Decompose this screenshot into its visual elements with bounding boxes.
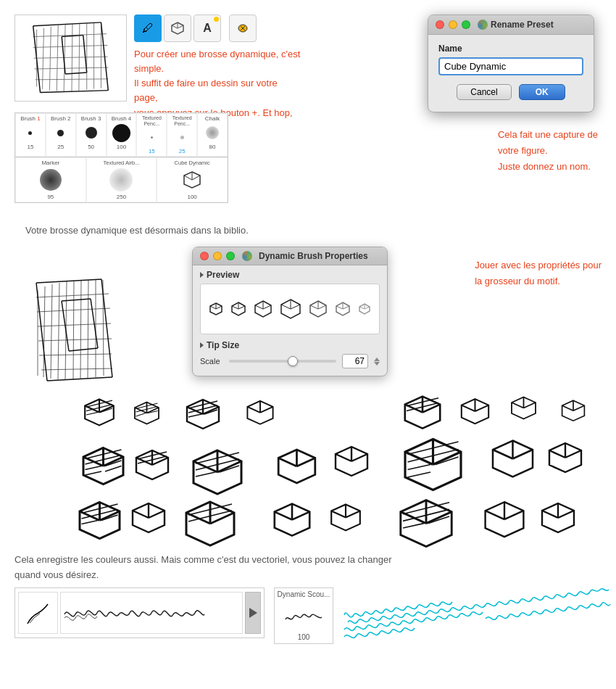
dynamic-swatch-thumbnail[interactable]: Dynamic Scou... 100 [274, 587, 333, 644]
minimize-button-icon[interactable] [449, 20, 457, 29]
brush-cell-airbrush[interactable]: Textured Airb... 250 [86, 157, 157, 202]
svg-line-21 [35, 67, 109, 69]
svg-line-26 [172, 25, 178, 28]
svg-line-112 [260, 407, 273, 413]
props-app-icon [242, 251, 252, 261]
more-brushes-button[interactable] [229, 15, 257, 42]
ok-button[interactable]: OK [519, 84, 565, 100]
scale-label: Scale [200, 357, 223, 366]
svg-line-64 [47, 377, 112, 381]
brush-grid-container: Brush 1 15 Brush 2 25 Brush 3 50 Brush 4 [14, 112, 228, 203]
props-titlebar: Dynamic Brush Properties [193, 247, 387, 265]
svg-line-33 [184, 176, 192, 180]
svg-line-73 [58, 283, 59, 379]
swatch-play-button[interactable] [245, 592, 261, 634]
scale-value-input[interactable] [342, 354, 368, 368]
svg-line-82 [38, 323, 111, 326]
svg-line-170 [408, 465, 431, 470]
svg-line-6 [65, 73, 87, 74]
svg-line-20 [34, 57, 108, 58]
preset-name-input[interactable] [438, 57, 583, 75]
cyan-scribble-area [341, 579, 612, 655]
svg-line-108 [188, 414, 201, 417]
svg-line-206 [331, 511, 346, 517]
brush-cell-1[interactable]: Brush 1 15 [15, 113, 46, 157]
cancel-button[interactable]: Cancel [457, 84, 511, 100]
svg-line-217 [504, 511, 523, 519]
brush-thumb-active[interactable]: 🖊 [134, 15, 162, 42]
svg-line-180 [549, 450, 565, 458]
scale-slider[interactable] [229, 360, 336, 363]
svg-line-1 [101, 22, 108, 91]
spinner-down-icon[interactable] [374, 362, 380, 366]
svg-line-159 [278, 458, 296, 466]
brush-cell-4[interactable]: Brush 4 100 [107, 113, 137, 157]
swatch-brush-preview-svg [24, 598, 53, 627]
marker-preview [36, 166, 65, 194]
brush-cell-2[interactable]: Brush 2 25 [46, 113, 76, 157]
brush-3-label: Brush 3 [81, 115, 101, 122]
airbrush-label: Textured Airb... [103, 160, 139, 166]
maximize-button-icon[interactable] [462, 20, 470, 29]
cube-preview-3 [254, 300, 272, 318]
svg-line-213 [403, 524, 424, 528]
bee-icon [235, 20, 251, 36]
svg-line-154 [196, 472, 215, 476]
props-maximize-icon[interactable] [226, 252, 235, 260]
dyn-swatch-stroke-area [277, 598, 330, 633]
tip-size-triangle-icon [200, 342, 204, 348]
scale-spinner[interactable] [374, 358, 380, 366]
name-label: Name [438, 44, 583, 54]
brush-1-label: Brush 1 [20, 115, 41, 122]
airbrush-size: 250 [117, 194, 126, 200]
spinner-up-icon[interactable] [374, 358, 380, 361]
textured-2-size: 25 [179, 148, 186, 154]
props-title-text: Dynamic Brush Properties [259, 251, 368, 261]
svg-line-122 [475, 405, 489, 412]
svg-line-176 [493, 450, 513, 459]
svg-line-205 [346, 511, 360, 517]
svg-line-100 [136, 413, 146, 417]
brush-cell-textured-2[interactable]: Textured Penc... 25 [167, 113, 197, 157]
textured-2-label: Textured Penc... [169, 115, 195, 126]
svg-line-218 [486, 511, 504, 519]
rename-preset-dialog: Rename Preset Name Cancel OK [428, 15, 594, 112]
svg-line-131 [562, 405, 573, 410]
svg-line-0 [33, 22, 101, 26]
brush-thumb-letter[interactable]: A [193, 15, 221, 42]
brush-cell-marker[interactable]: Marker 95 [15, 157, 86, 202]
svg-line-162 [351, 454, 367, 461]
chalk-label: Chalk [205, 115, 220, 122]
brush-thumb-cube[interactable] [164, 15, 191, 42]
svg-line-56 [343, 306, 349, 309]
swatch-brush-icon-area [18, 592, 58, 634]
svg-line-22 [36, 79, 109, 80]
dyn-swatch-svg [282, 601, 325, 630]
textured-1-preview [141, 126, 162, 148]
brush-selector-row: 🖊 A [134, 15, 257, 42]
yellow-dot-icon [214, 17, 219, 22]
props-minimize-icon[interactable] [213, 252, 222, 260]
brush-m-icon: 🖊 [142, 22, 154, 35]
dynamic-library-label: Votre brosse dynamique est désormais dan… [25, 225, 249, 236]
svg-line-40 [238, 306, 245, 309]
close-button-icon[interactable] [436, 20, 444, 29]
svg-line-113 [247, 407, 260, 413]
sketch-figure-svg [22, 276, 130, 388]
brush-1-size: 15 [27, 144, 33, 150]
cube-dynamic-preview [178, 166, 207, 194]
scale-thumb[interactable] [288, 356, 298, 366]
preview-header: Preview [200, 270, 380, 280]
textured-1-label: Textured Penc... [138, 115, 165, 126]
brush-cell-chalk[interactable]: Chalk 80 [197, 113, 228, 157]
dyn-swatch-size: 100 [298, 633, 310, 641]
brush-cell-3[interactable]: Brush 3 50 [76, 113, 107, 157]
brush-2-label: Brush 2 [51, 115, 71, 122]
props-close-icon[interactable] [200, 252, 209, 260]
capture-description: Cela fait une capture de votre figure. J… [498, 127, 598, 175]
brush-cell-cube-dynamic[interactable]: Cube Dynamic 100 [157, 157, 228, 202]
svg-line-83 [38, 339, 112, 341]
svg-line-53 [310, 305, 318, 309]
svg-line-222 [542, 511, 558, 518]
brush-cell-textured-1[interactable]: Textured Penc... 15 [136, 113, 167, 157]
